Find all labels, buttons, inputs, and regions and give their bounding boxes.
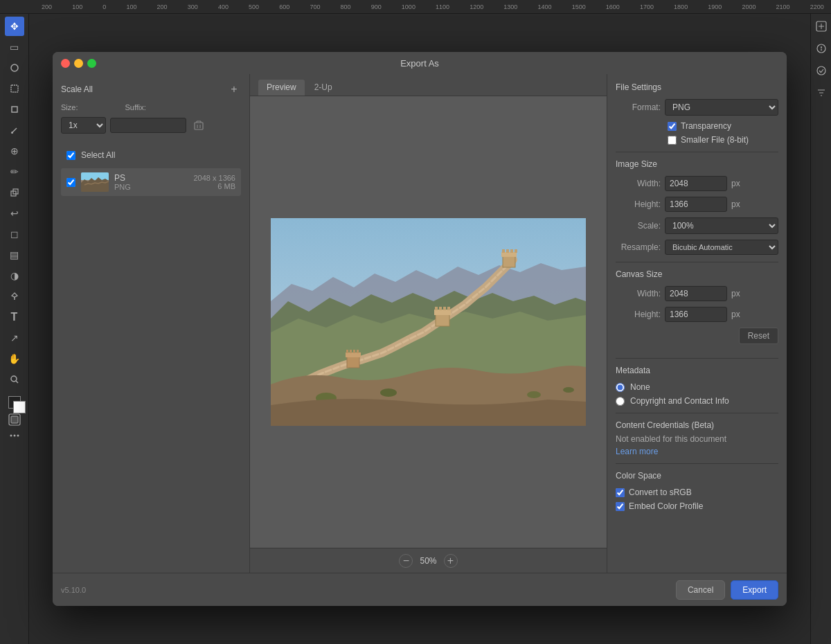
svg-rect-44 bbox=[346, 350, 348, 353]
svg-rect-37 bbox=[501, 252, 517, 257]
metadata-copyright-label[interactable]: Copyright and Contact Info bbox=[630, 396, 729, 406]
tab-2up[interactable]: 2-Up bbox=[306, 80, 341, 96]
svg-rect-33 bbox=[439, 307, 442, 310]
file-item-checkbox[interactable] bbox=[66, 178, 75, 187]
hand-tool[interactable]: ✋ bbox=[5, 349, 24, 368]
zoom-value: 50% bbox=[420, 556, 436, 566]
tab-preview[interactable]: Preview bbox=[258, 80, 305, 96]
resample-select[interactable]: Bicubic Automatic Bicubic Smoother Bicub… bbox=[665, 240, 778, 255]
svg-line-3 bbox=[12, 128, 17, 132]
preview-tabs: Preview 2-Up bbox=[250, 74, 607, 96]
maximize-button[interactable] bbox=[87, 59, 96, 68]
canvas-size-title: Canvas Size bbox=[616, 269, 778, 279]
scale-controls: 1x 0.5x 2x 3x bbox=[61, 117, 241, 134]
brush-tool[interactable]: ✏ bbox=[5, 162, 24, 181]
svg-rect-36 bbox=[503, 256, 515, 267]
canvas-width-input[interactable] bbox=[665, 286, 727, 301]
svg-point-0 bbox=[11, 64, 18, 71]
svg-point-49 bbox=[380, 388, 397, 397]
reset-button[interactable]: Reset bbox=[739, 328, 778, 344]
img-width-row: Width: px bbox=[616, 176, 778, 191]
convert-srgb-label[interactable]: Convert to sRGB bbox=[629, 488, 692, 497]
close-button[interactable] bbox=[61, 59, 70, 68]
minimize-button[interactable] bbox=[74, 59, 83, 68]
img-height-input[interactable] bbox=[665, 197, 727, 212]
convert-srgb-checkbox[interactable] bbox=[616, 488, 625, 497]
zoom-tool[interactable] bbox=[5, 370, 24, 389]
img-width-input[interactable] bbox=[665, 176, 727, 191]
zoom-out-button[interactable]: − bbox=[399, 554, 413, 568]
metadata-none-radio[interactable] bbox=[616, 383, 625, 392]
history-tool[interactable]: ↩ bbox=[5, 204, 24, 223]
modal-left-panel: Scale All + Size: Suffix: 1x 0.5x 2x 3x bbox=[53, 74, 250, 573]
transparency-label[interactable]: Transparency bbox=[681, 121, 731, 131]
size-suffix-row: Size: Suffix: bbox=[61, 103, 241, 111]
img-scale-select[interactable]: 100% 25% 50% 75% 200% bbox=[665, 217, 778, 234]
svg-rect-2 bbox=[12, 107, 17, 112]
right-panel-btn4[interactable] bbox=[812, 83, 831, 102]
dodge-tool[interactable]: ◑ bbox=[5, 266, 24, 285]
file-dimensions: 2048 x 1366 bbox=[193, 174, 235, 182]
canvas-height-input[interactable] bbox=[665, 307, 727, 322]
svg-rect-1 bbox=[11, 85, 18, 92]
ruler-top: 2001000100200 300400500600700 8009001000… bbox=[0, 0, 831, 14]
image-size-title: Image Size bbox=[616, 159, 778, 169]
smaller-file-checkbox[interactable] bbox=[668, 136, 677, 145]
select-all-label[interactable]: Select All bbox=[81, 150, 115, 160]
zoom-in-button[interactable]: + bbox=[444, 554, 458, 568]
metadata-none-label[interactable]: None bbox=[630, 382, 650, 392]
foreground-color[interactable] bbox=[8, 396, 21, 409]
rectangle-select-tool[interactable]: ▭ bbox=[5, 37, 24, 57]
right-panel-btn1[interactable] bbox=[812, 17, 831, 36]
credentials-title: Content Credentials (Beta) bbox=[616, 420, 778, 430]
quick-mask-tool[interactable] bbox=[8, 413, 21, 429]
learn-more-link[interactable]: Learn more bbox=[616, 447, 658, 456]
path-select-tool[interactable]: ↗ bbox=[5, 328, 24, 348]
embed-profile-label[interactable]: Embed Color Profile bbox=[629, 501, 703, 511]
add-scale-button[interactable]: + bbox=[227, 82, 241, 96]
pen-tool[interactable] bbox=[5, 287, 24, 306]
select-all-row[interactable]: Select All bbox=[61, 145, 241, 166]
preview-footer: − 50% + bbox=[250, 548, 607, 573]
height-label: Height: bbox=[616, 199, 661, 209]
eraser-tool[interactable]: ◻ bbox=[5, 224, 24, 244]
move-tool[interactable]: ✥ bbox=[5, 17, 24, 36]
cancel-button[interactable]: Cancel bbox=[676, 580, 725, 600]
modal-right-panel: File Settings Format: PNG JPEG GIF SVG W… bbox=[607, 74, 787, 573]
img-height-row: Height: px bbox=[616, 197, 778, 212]
lasso-tool[interactable] bbox=[5, 58, 24, 78]
canvas-height-px: px bbox=[731, 310, 745, 319]
select-all-checkbox[interactable] bbox=[66, 151, 75, 160]
scale-all-title: Scale All bbox=[61, 84, 93, 94]
height-px-label: px bbox=[731, 199, 745, 209]
delete-scale-button[interactable] bbox=[190, 117, 207, 134]
size-label: Size: bbox=[61, 103, 78, 111]
more-tools[interactable] bbox=[10, 431, 19, 441]
embed-profile-checkbox[interactable] bbox=[616, 502, 625, 511]
quick-select-tool[interactable] bbox=[5, 79, 24, 98]
export-button[interactable]: Export bbox=[731, 580, 778, 600]
scale-row-label: Scale: bbox=[616, 221, 661, 231]
svg-rect-35 bbox=[447, 307, 450, 310]
clone-tool[interactable] bbox=[5, 183, 24, 202]
format-select[interactable]: PNG JPEG GIF SVG WebP bbox=[665, 99, 778, 116]
crop-tool[interactable] bbox=[5, 100, 24, 119]
svg-rect-22 bbox=[195, 123, 203, 129]
scale-select[interactable]: 1x 0.5x 2x 3x bbox=[61, 117, 106, 134]
eyedropper-tool[interactable] bbox=[5, 120, 24, 140]
type-tool[interactable]: T bbox=[5, 307, 24, 327]
transparency-checkbox[interactable] bbox=[668, 122, 677, 131]
canvas-height-label: Height: bbox=[616, 310, 661, 319]
metadata-copyright-radio[interactable] bbox=[616, 397, 625, 406]
smaller-file-label[interactable]: Smaller File (8-bit) bbox=[681, 135, 749, 145]
healing-tool[interactable]: ⊕ bbox=[5, 141, 24, 161]
export-as-dialog: Export As Scale All + Size: Suffix: bbox=[53, 52, 787, 606]
background-color[interactable] bbox=[13, 401, 26, 413]
right-panel-btn2[interactable] bbox=[812, 39, 831, 58]
svg-rect-41 bbox=[515, 249, 517, 253]
canvas-width-label: Width: bbox=[616, 289, 661, 298]
color-space-title: Color Space bbox=[616, 471, 778, 481]
gradient-tool[interactable]: ▤ bbox=[5, 245, 24, 265]
right-panel-btn3[interactable] bbox=[812, 61, 831, 80]
suffix-input[interactable] bbox=[110, 118, 186, 133]
